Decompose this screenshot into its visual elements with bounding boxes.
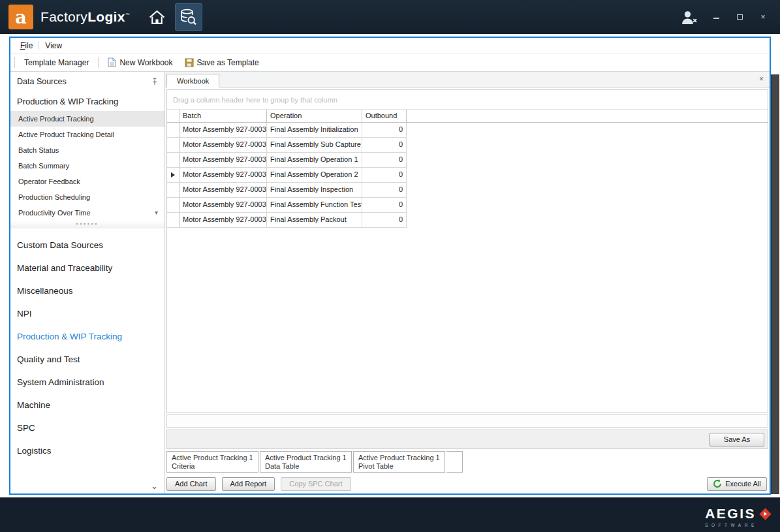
cell-batch: Motor Assembly 927-0003 [179,198,267,213]
table-row[interactable]: Motor Assembly 927-0003 Final Assembly O… [167,153,768,168]
row-indicator [167,198,179,213]
horizontal-scrollbar-track[interactable] [166,415,768,428]
section-quality-and-test[interactable]: Quality and Test [10,348,164,371]
sidebar-item-active-product-tracking[interactable]: Active Product Tracking [10,111,164,127]
table-row[interactable]: Motor Assembly 927-0003 Final Assembly S… [167,138,768,153]
cell-outbound: 0 [362,153,407,168]
app-logo: a [8,5,33,29]
copy-spc-chart-button: Copy SPC Chart [281,477,351,491]
home-icon[interactable] [148,9,166,25]
sidebar-item-label: Batch Summary [18,158,69,174]
brand-name: FactoryLogix™ [40,9,130,25]
cell-batch: Motor Assembly 927-0003 [179,168,267,183]
close-button[interactable]: × [758,12,768,22]
footer-bar: AEGIS SOFTWARE [0,497,780,532]
data-sources-title: Data Sources [17,77,67,86]
add-report-button[interactable]: Add Report [222,477,275,491]
section-machine[interactable]: Machine [10,394,164,416]
menu-view[interactable]: View [39,39,68,52]
titlebar-right-controls: × [680,10,768,25]
row-indicator [167,183,179,198]
active-row-arrow-icon [171,172,175,178]
sidebar-item-batch-status[interactable]: Batch Status [10,142,164,158]
add-chart-button[interactable]: Add Chart [166,477,216,491]
table-row-active[interactable]: Motor Assembly 927-0003 Final Assembly O… [167,168,768,183]
grid-header-row: Batch Operation Outbound [167,110,768,123]
tab-line2: Pivot Table [358,462,440,471]
column-header-operation[interactable]: Operation [267,110,362,122]
pin-icon[interactable] [151,78,159,86]
sidebar-item-active-product-tracking-detail[interactable]: Active Product Tracking Detail [10,127,164,142]
execute-all-button[interactable]: Execute All [707,477,767,491]
cell-operation: Final Assembly Initialization [267,123,362,138]
section-spc[interactable]: SPC [10,416,164,439]
bottom-button-bar: Add Chart Add Report Copy SPC Chart Exec… [165,474,770,493]
row-indicator [167,168,179,183]
save-as-button[interactable]: Save As [710,433,764,446]
sidebar-resize-grip[interactable]: •••••• [10,221,164,228]
aegis-brand-text: AEGIS [705,506,756,522]
user-logout-icon[interactable] [680,10,698,25]
sidebar-item-operator-feedback[interactable]: Operator Feedback [10,174,164,189]
section-npi[interactable]: NPI [10,302,164,325]
cell-outbound: 0 [362,138,407,153]
column-header-outbound[interactable]: Outbound [362,110,407,122]
tab-workbook[interactable]: Workbook [166,74,219,87]
section-logistics[interactable]: Logistics [10,439,164,462]
cell-batch: Motor Assembly 927-0003 [179,123,267,138]
sidebar-item-batch-summary[interactable]: Batch Summary [10,158,164,174]
new-workbook-button[interactable]: New Workbook [104,55,176,69]
chevron-down-icon[interactable]: ▾ [155,205,158,221]
client-frame: File View Template Manager New Workbook … [9,37,771,495]
groupby-dropzone[interactable]: Drag a column header here to group by th… [167,90,768,110]
title-bar: a FactoryLogix™ × [0,0,780,34]
sidebar-item-productivity-over-time[interactable]: Productivity Over Time ▾ [10,205,164,221]
cell-outbound: 0 [362,213,407,228]
sidebar-item-label: Production Scheduling [18,189,90,205]
cell-batch: Motor Assembly 927-0003 [179,183,267,198]
cell-operation: Final Assembly Operation 1 [267,153,362,168]
section-material-and-traceability[interactable]: Material and Traceability [10,257,164,279]
section-production-wip-tracking[interactable]: Production & WIP Tracking [10,325,164,348]
cell-batch: Motor Assembly 927-0003 [179,213,267,228]
cell-outbound: 0 [362,168,407,183]
cell-operation: Final Assembly Function Test [267,198,362,213]
data-analysis-icon[interactable] [175,3,202,31]
sheet-tab-stub [446,451,463,473]
tab-close-icon[interactable]: × [759,74,764,84]
sidebar-item-label: Active Product Tracking [18,111,94,127]
cell-operation: Final Assembly Inspection [267,183,362,198]
row-indicator-header [167,110,179,122]
tab-criteria[interactable]: Active Product Tracking 1 Criteria [166,451,258,473]
grid-empty-space [167,228,768,413]
section-miscellaneous[interactable]: Miscellaneous [10,279,164,302]
data-grid: Drag a column header here to group by th… [166,89,768,413]
sidebar-item-label: Active Product Tracking Detail [18,127,114,142]
table-row[interactable]: Motor Assembly 927-0003 Final Assembly I… [167,123,768,138]
table-row[interactable]: Motor Assembly 927-0003 Final Assembly P… [167,213,768,228]
cell-batch: Motor Assembly 927-0003 [179,138,267,153]
tab-line2: Data Table [265,462,347,471]
tab-pivot-table[interactable]: Active Product Tracking 1 Pivot Table [353,451,445,473]
cell-batch: Motor Assembly 927-0003 [179,153,267,168]
cell-operation: Final Assembly Sub Capture [267,138,362,153]
section-system-administration[interactable]: System Administration [10,371,164,394]
table-row[interactable]: Motor Assembly 927-0003 Final Assembly I… [167,183,768,198]
aegis-tagline: SOFTWARE [705,523,770,527]
sidebar-scroll-chevron-icon[interactable]: ⌄ [151,481,158,491]
section-custom-data-sources[interactable]: Custom Data Sources [10,234,164,257]
template-manager-button[interactable]: Template Manager [20,56,93,69]
maximize-button[interactable] [734,12,745,22]
sidebar-item-production-scheduling[interactable]: Production Scheduling [10,189,164,205]
row-indicator [167,123,179,138]
minimize-button[interactable] [711,12,721,22]
window-scrollbar[interactable] [771,74,779,494]
save-as-template-button[interactable]: Save as Template [181,56,263,69]
column-header-batch[interactable]: Batch [179,110,267,122]
tab-data-table[interactable]: Active Product Tracking 1 Data Table [260,451,352,473]
row-indicator [167,213,179,228]
expanded-section-title[interactable]: Production & WIP Tracking [10,91,164,111]
menu-file[interactable]: File [14,39,39,52]
save-template-icon [185,58,194,67]
table-row[interactable]: Motor Assembly 927-0003 Final Assembly F… [167,198,768,213]
